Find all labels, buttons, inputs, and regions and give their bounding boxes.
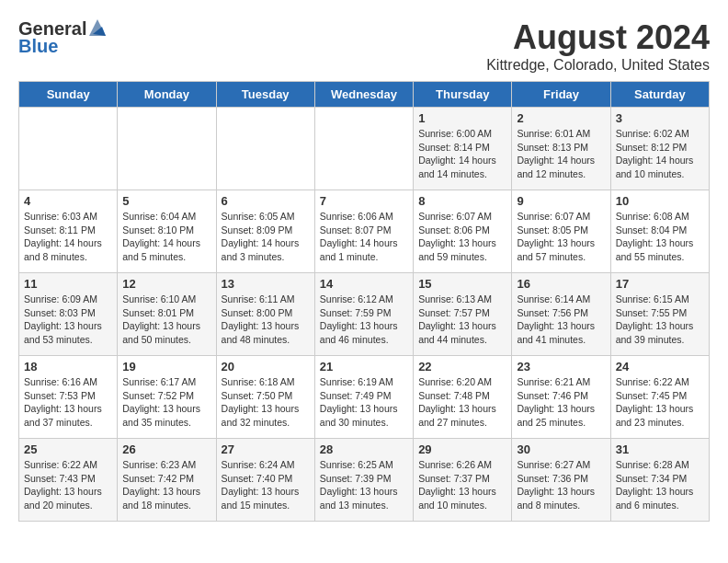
day-cell: 29 Sunrise: 6:26 AM Sunset: 7:37 PM Dayl… bbox=[414, 439, 512, 522]
day-info: Sunrise: 6:20 AM Sunset: 7:48 PM Dayligh… bbox=[418, 375, 506, 430]
day-info: Sunrise: 6:17 AM Sunset: 7:52 PM Dayligh… bbox=[122, 375, 210, 430]
day-cell: 6 Sunrise: 6:05 AM Sunset: 8:09 PM Dayli… bbox=[216, 190, 314, 273]
day-number: 24 bbox=[616, 360, 704, 373]
day-cell: 12 Sunrise: 6:10 AM Sunset: 8:01 PM Dayl… bbox=[118, 273, 216, 356]
day-info: Sunrise: 6:04 AM Sunset: 8:10 PM Dayligh… bbox=[122, 210, 210, 264]
day-number: 8 bbox=[418, 194, 506, 208]
day-cell: 24 Sunrise: 6:22 AM Sunset: 7:45 PM Dayl… bbox=[610, 356, 709, 439]
day-header-sunday: Sunday bbox=[19, 82, 118, 108]
day-info: Sunrise: 6:22 AM Sunset: 7:45 PM Dayligh… bbox=[616, 375, 704, 430]
day-info: Sunrise: 6:25 AM Sunset: 7:39 PM Dayligh… bbox=[320, 458, 408, 512]
day-cell bbox=[19, 108, 118, 190]
day-number: 2 bbox=[517, 111, 605, 125]
day-cell: 27 Sunrise: 6:24 AM Sunset: 7:40 PM Dayl… bbox=[216, 439, 314, 522]
day-header-monday: Monday bbox=[118, 82, 216, 108]
logo: General Blue bbox=[18, 18, 106, 57]
week-row-3: 11 Sunrise: 6:09 AM Sunset: 8:03 PM Dayl… bbox=[19, 273, 710, 356]
day-info: Sunrise: 6:23 AM Sunset: 7:42 PM Dayligh… bbox=[122, 458, 210, 512]
day-cell: 30 Sunrise: 6:27 AM Sunset: 7:36 PM Dayl… bbox=[512, 439, 610, 522]
day-info: Sunrise: 6:07 AM Sunset: 8:05 PM Dayligh… bbox=[517, 210, 605, 264]
logo-blue-text: Blue bbox=[18, 36, 58, 57]
week-row-2: 4 Sunrise: 6:03 AM Sunset: 8:11 PM Dayli… bbox=[19, 190, 710, 273]
day-number: 10 bbox=[616, 194, 704, 208]
header: General Blue August 2024 Kittredge, Colo… bbox=[18, 18, 710, 74]
day-info: Sunrise: 6:19 AM Sunset: 7:49 PM Dayligh… bbox=[320, 375, 408, 430]
day-cell: 7 Sunrise: 6:06 AM Sunset: 8:07 PM Dayli… bbox=[314, 190, 413, 273]
day-number: 26 bbox=[122, 442, 210, 456]
day-number: 15 bbox=[418, 277, 506, 291]
day-cell: 19 Sunrise: 6:17 AM Sunset: 7:52 PM Dayl… bbox=[118, 356, 216, 439]
day-number: 11 bbox=[24, 277, 112, 291]
day-number: 9 bbox=[517, 194, 605, 208]
week-row-1: 1 Sunrise: 6:00 AM Sunset: 8:14 PM Dayli… bbox=[19, 108, 710, 190]
day-header-thursday: Thursday bbox=[414, 82, 512, 108]
day-cell: 1 Sunrise: 6:00 AM Sunset: 8:14 PM Dayli… bbox=[414, 108, 512, 190]
day-number: 16 bbox=[517, 277, 605, 291]
day-info: Sunrise: 6:00 AM Sunset: 8:14 PM Dayligh… bbox=[418, 127, 506, 181]
day-info: Sunrise: 6:06 AM Sunset: 8:07 PM Dayligh… bbox=[320, 210, 408, 264]
day-cell: 10 Sunrise: 6:08 AM Sunset: 8:04 PM Dayl… bbox=[610, 190, 709, 273]
day-cell bbox=[118, 108, 216, 190]
day-info: Sunrise: 6:14 AM Sunset: 7:56 PM Dayligh… bbox=[517, 293, 605, 347]
day-info: Sunrise: 6:09 AM Sunset: 8:03 PM Dayligh… bbox=[24, 293, 112, 347]
day-cell bbox=[314, 108, 413, 190]
day-number: 5 bbox=[122, 194, 210, 208]
day-number: 3 bbox=[616, 111, 704, 125]
day-number: 17 bbox=[616, 277, 704, 291]
day-number: 30 bbox=[517, 442, 605, 456]
day-number: 13 bbox=[222, 277, 310, 291]
day-headers-row: SundayMondayTuesdayWednesdayThursdayFrid… bbox=[19, 82, 710, 108]
day-info: Sunrise: 6:24 AM Sunset: 7:40 PM Dayligh… bbox=[222, 458, 310, 512]
day-header-wednesday: Wednesday bbox=[314, 82, 413, 108]
day-info: Sunrise: 6:21 AM Sunset: 7:46 PM Dayligh… bbox=[517, 375, 605, 430]
day-cell: 13 Sunrise: 6:11 AM Sunset: 8:00 PM Dayl… bbox=[216, 273, 314, 356]
day-cell: 17 Sunrise: 6:15 AM Sunset: 7:55 PM Dayl… bbox=[610, 273, 709, 356]
day-info: Sunrise: 6:10 AM Sunset: 8:01 PM Dayligh… bbox=[122, 293, 210, 347]
day-cell: 21 Sunrise: 6:19 AM Sunset: 7:49 PM Dayl… bbox=[314, 356, 413, 439]
day-info: Sunrise: 6:22 AM Sunset: 7:43 PM Dayligh… bbox=[24, 458, 112, 512]
day-number: 29 bbox=[418, 442, 506, 456]
day-cell: 28 Sunrise: 6:25 AM Sunset: 7:39 PM Dayl… bbox=[314, 439, 413, 522]
day-cell: 20 Sunrise: 6:18 AM Sunset: 7:50 PM Dayl… bbox=[216, 356, 314, 439]
day-info: Sunrise: 6:01 AM Sunset: 8:13 PM Dayligh… bbox=[517, 127, 605, 181]
day-cell: 9 Sunrise: 6:07 AM Sunset: 8:05 PM Dayli… bbox=[512, 190, 610, 273]
day-cell: 4 Sunrise: 6:03 AM Sunset: 8:11 PM Dayli… bbox=[19, 190, 118, 273]
day-info: Sunrise: 6:18 AM Sunset: 7:50 PM Dayligh… bbox=[222, 375, 310, 430]
day-cell: 5 Sunrise: 6:04 AM Sunset: 8:10 PM Dayli… bbox=[118, 190, 216, 273]
day-info: Sunrise: 6:16 AM Sunset: 7:53 PM Dayligh… bbox=[24, 375, 112, 430]
day-number: 21 bbox=[320, 360, 408, 373]
day-cell: 18 Sunrise: 6:16 AM Sunset: 7:53 PM Dayl… bbox=[19, 356, 118, 439]
day-info: Sunrise: 6:07 AM Sunset: 8:06 PM Dayligh… bbox=[418, 210, 506, 264]
week-row-5: 25 Sunrise: 6:22 AM Sunset: 7:43 PM Dayl… bbox=[19, 439, 710, 522]
day-number: 12 bbox=[122, 277, 210, 291]
logo-arrow-icon bbox=[89, 19, 106, 40]
day-info: Sunrise: 6:15 AM Sunset: 7:55 PM Dayligh… bbox=[616, 293, 704, 347]
location-subtitle: Kittredge, Colorado, United States bbox=[486, 57, 710, 74]
day-cell: 26 Sunrise: 6:23 AM Sunset: 7:42 PM Dayl… bbox=[118, 439, 216, 522]
day-info: Sunrise: 6:13 AM Sunset: 7:57 PM Dayligh… bbox=[418, 293, 506, 347]
day-info: Sunrise: 6:03 AM Sunset: 8:11 PM Dayligh… bbox=[24, 210, 112, 264]
day-info: Sunrise: 6:11 AM Sunset: 8:00 PM Dayligh… bbox=[222, 293, 310, 347]
day-number: 7 bbox=[320, 194, 408, 208]
day-number: 4 bbox=[24, 194, 112, 208]
day-cell: 23 Sunrise: 6:21 AM Sunset: 7:46 PM Dayl… bbox=[512, 356, 610, 439]
day-number: 27 bbox=[222, 442, 310, 456]
day-number: 23 bbox=[517, 360, 605, 373]
day-cell bbox=[216, 108, 314, 190]
day-number: 14 bbox=[320, 277, 408, 291]
month-year-title: August 2024 bbox=[486, 18, 710, 57]
day-info: Sunrise: 6:28 AM Sunset: 7:34 PM Dayligh… bbox=[616, 458, 704, 512]
day-cell: 11 Sunrise: 6:09 AM Sunset: 8:03 PM Dayl… bbox=[19, 273, 118, 356]
day-number: 31 bbox=[616, 442, 704, 456]
day-header-friday: Friday bbox=[512, 82, 610, 108]
day-cell: 25 Sunrise: 6:22 AM Sunset: 7:43 PM Dayl… bbox=[19, 439, 118, 522]
week-row-4: 18 Sunrise: 6:16 AM Sunset: 7:53 PM Dayl… bbox=[19, 356, 710, 439]
day-header-tuesday: Tuesday bbox=[216, 82, 314, 108]
day-info: Sunrise: 6:26 AM Sunset: 7:37 PM Dayligh… bbox=[418, 458, 506, 512]
day-number: 20 bbox=[222, 360, 310, 373]
calendar-table: SundayMondayTuesdayWednesdayThursdayFrid… bbox=[18, 81, 710, 522]
day-info: Sunrise: 6:27 AM Sunset: 7:36 PM Dayligh… bbox=[517, 458, 605, 512]
day-cell: 14 Sunrise: 6:12 AM Sunset: 7:59 PM Dayl… bbox=[314, 273, 413, 356]
day-number: 19 bbox=[122, 360, 210, 373]
day-cell: 31 Sunrise: 6:28 AM Sunset: 7:34 PM Dayl… bbox=[610, 439, 709, 522]
